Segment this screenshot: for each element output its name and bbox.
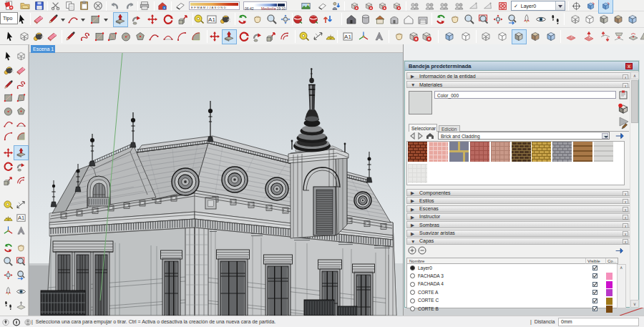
svg-text:A1: A1: [208, 16, 215, 23]
svg-text:A1: A1: [344, 34, 351, 40]
svg-text:A1: A1: [17, 215, 24, 221]
